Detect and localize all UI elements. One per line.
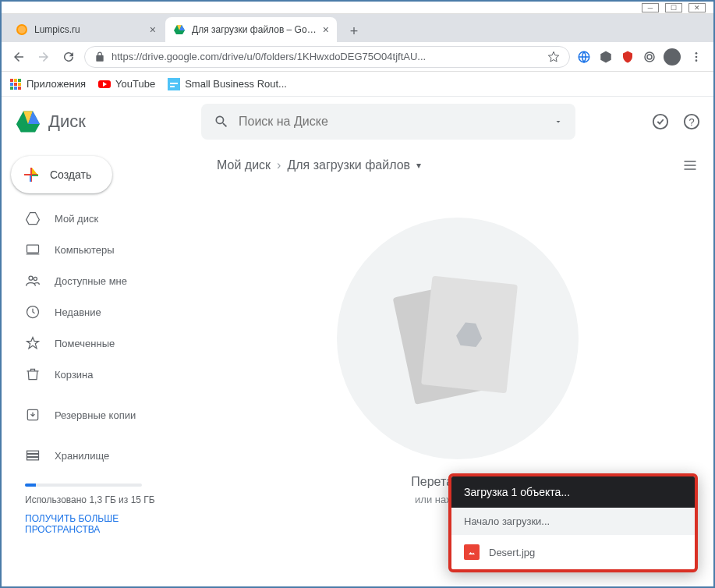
sidebar-label: Доступные мне: [55, 275, 127, 287]
bookmark-sbr[interactable]: Small Business Rout...: [168, 78, 287, 90]
create-button[interactable]: Создать: [11, 156, 112, 193]
svg-rect-8: [10, 79, 13, 82]
search-input[interactable]: [239, 115, 544, 129]
help-icon[interactable]: ?: [682, 112, 701, 131]
svg-rect-30: [27, 454, 39, 456]
chevron-right-icon: ›: [277, 158, 281, 172]
sidebar-label: Корзина: [55, 369, 94, 381]
sidebar-item-starred[interactable]: Помеченные: [8, 328, 201, 359]
reload-button[interactable]: [59, 48, 78, 66]
bookmarks-bar: Приложения YouTube Small Business Rout..…: [2, 72, 713, 97]
profile-avatar[interactable]: [664, 48, 681, 66]
minimize-button[interactable]: ─: [642, 3, 659, 12]
tab-lumpics[interactable]: Lumpics.ru ×: [8, 17, 164, 42]
apps-icon: [9, 78, 22, 90]
create-label: Создать: [50, 168, 91, 181]
lock-icon: [94, 51, 105, 62]
extension-spiral-icon[interactable]: [642, 49, 657, 65]
sidebar-item-computers[interactable]: Компьютеры: [8, 234, 201, 265]
svg-rect-9: [14, 79, 17, 82]
svg-rect-29: [27, 451, 39, 453]
drive-header: Диск ?: [2, 97, 713, 147]
list-view-button[interactable]: [682, 158, 698, 173]
extension-shield-icon[interactable]: [620, 49, 635, 65]
search-icon: [214, 114, 229, 129]
upgrade-storage-link[interactable]: ПОЛУЧИТЬ БОЛЬШЕ ПРОСТРАНСТВА: [25, 513, 186, 535]
drive-favicon-icon: [173, 23, 186, 36]
tabs-bar: Lumpics.ru × Для загрузки файлов – Googl…: [2, 14, 713, 42]
new-tab-button[interactable]: +: [343, 20, 365, 42]
upload-status: Начало загрузки...: [451, 508, 695, 535]
url-input[interactable]: https://drive.google.com/drive/u/0/folde…: [84, 46, 570, 68]
maximize-button[interactable]: ☐: [665, 3, 682, 12]
svg-point-1: [18, 26, 26, 34]
generic-favicon-icon: [168, 78, 180, 90]
close-window-button[interactable]: ✕: [688, 3, 706, 12]
extension-globe-icon[interactable]: [576, 49, 592, 65]
tab-drive[interactable]: Для загрузки файлов – Google Д ×: [165, 17, 337, 42]
close-icon[interactable]: ×: [323, 23, 329, 36]
svg-point-26: [34, 277, 37, 280]
svg-rect-13: [18, 83, 21, 86]
svg-rect-10: [18, 79, 21, 82]
upload-item[interactable]: Desert.jpg: [451, 535, 695, 569]
forward-button[interactable]: [34, 48, 53, 66]
plus-icon: [22, 165, 41, 184]
breadcrumb-root[interactable]: Мой диск: [217, 158, 271, 172]
sidebar-label: Хранилище: [55, 450, 109, 462]
menu-button[interactable]: [687, 48, 706, 66]
svg-point-6: [696, 55, 698, 58]
drive-logo-text: Диск: [48, 112, 86, 132]
svg-rect-12: [14, 83, 17, 86]
bookmark-youtube[interactable]: YouTube: [98, 78, 155, 90]
sidebar-item-backups[interactable]: Резервные копии: [8, 399, 201, 430]
svg-point-7: [696, 59, 698, 62]
svg-point-5: [696, 52, 698, 55]
extension-cube-icon[interactable]: [598, 49, 614, 65]
mydrive-icon: [25, 211, 41, 226]
svg-rect-15: [14, 87, 17, 90]
sidebar-item-mydrive[interactable]: Мой диск: [8, 203, 201, 234]
sidebar-label: Помеченные: [55, 338, 115, 349]
back-button[interactable]: [9, 48, 28, 66]
dropdown-icon[interactable]: ▾: [416, 160, 421, 171]
sidebar-item-storage[interactable]: Хранилище: [8, 440, 201, 471]
svg-rect-16: [18, 87, 21, 90]
sidebar-item-trash[interactable]: Корзина: [8, 359, 201, 390]
svg-rect-19: [170, 83, 178, 84]
ready-offline-icon[interactable]: [651, 112, 670, 131]
svg-rect-31: [27, 458, 39, 460]
dropdown-icon[interactable]: [554, 117, 563, 126]
storage-progress: [25, 484, 142, 487]
svg-rect-20: [170, 86, 175, 87]
breadcrumb: Мой диск › Для загрузки файлов ▾: [201, 147, 713, 184]
upload-header[interactable]: Загрузка 1 объекта...: [451, 476, 695, 508]
sidebar-item-shared[interactable]: Доступные мне: [8, 265, 201, 296]
shared-icon: [25, 273, 41, 289]
search-box[interactable]: [201, 104, 575, 140]
upload-panel: Загрузка 1 объекта... Начало загрузки...…: [448, 473, 698, 572]
svg-point-21: [653, 115, 667, 129]
sidebar-item-recent[interactable]: Недавние: [8, 296, 201, 328]
backups-icon: [25, 407, 41, 423]
sidebar-label: Компьютеры: [55, 244, 115, 256]
sidebar-label: Резервные копии: [55, 409, 136, 421]
drive-logo[interactable]: Диск: [14, 108, 186, 136]
url-text: https://drive.google.com/drive/u/0/folde…: [111, 51, 541, 62]
svg-text:?: ?: [688, 116, 694, 128]
star-icon: [25, 335, 41, 351]
youtube-icon: [98, 78, 111, 90]
bookmark-apps[interactable]: Приложения: [9, 78, 86, 90]
main-area: Мой диск › Для загрузки файлов ▾: [201, 147, 713, 585]
tab-title: Для загрузки файлов – Google Д: [192, 24, 317, 35]
svg-point-3: [645, 52, 654, 62]
storage-section: Использовано 1,3 ГБ из 15 ГБ ПОЛУЧИТЬ БО…: [8, 471, 201, 535]
svg-rect-24: [27, 245, 39, 253]
drive-logo-icon: [14, 108, 42, 136]
breadcrumb-current[interactable]: Для загрузки файлов: [287, 158, 410, 172]
address-bar: https://drive.google.com/drive/u/0/folde…: [2, 42, 713, 72]
close-icon[interactable]: ×: [150, 23, 156, 36]
star-icon[interactable]: [547, 51, 560, 63]
upload-header-text: Загрузка 1 объекта...: [464, 486, 570, 498]
sidebar-label: Недавние: [55, 306, 101, 318]
